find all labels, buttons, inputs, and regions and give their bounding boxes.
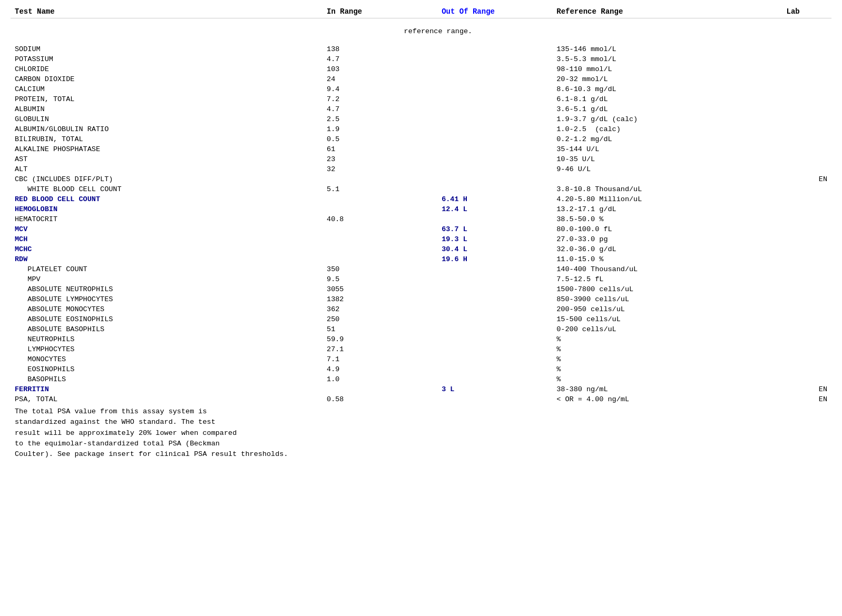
- cell-out-range: [437, 334, 552, 344]
- table-row: AST2310-35 U/L: [11, 154, 831, 164]
- table-row: POTASSIUM4.73.5-5.3 mmol/L: [11, 54, 831, 64]
- cell-in-range: 3055: [322, 284, 437, 294]
- cell-test-name: CARBON DIOXIDE: [11, 74, 322, 84]
- cell-lab: EN: [782, 384, 832, 394]
- cell-ref-range: %: [552, 334, 782, 344]
- cell-out-range: [437, 294, 552, 304]
- table-row: CHLORIDE10398-110 mmol/L: [11, 64, 831, 74]
- cell-ref-range: 38-380 ng/mL: [552, 384, 782, 394]
- cell-in-range: 23: [322, 154, 437, 164]
- cell-test-name: PLATELET COUNT: [11, 264, 322, 274]
- cell-out-range: [437, 54, 552, 64]
- cell-test-name: BILIRUBIN, TOTAL: [11, 134, 322, 144]
- cell-test-name: NEUTROPHILS: [11, 334, 322, 344]
- cell-ref-range: 80.0-100.0 fL: [552, 224, 782, 234]
- cell-test-name: MCH: [11, 234, 322, 244]
- cell-test-name: RED BLOOD CELL COUNT: [11, 194, 322, 204]
- table-row: CBC (INCLUDES DIFF/PLT)EN: [11, 174, 831, 184]
- psa-note-line5: Coulter). See package insert for clinica…: [15, 449, 831, 460]
- cell-lab: [782, 314, 832, 324]
- cell-in-range: 40.8: [322, 214, 437, 224]
- cell-in-range: 9.4: [322, 84, 437, 94]
- cell-lab: [782, 104, 832, 114]
- table-row: GLOBULIN2.51.9-3.7 g/dL (calc): [11, 114, 831, 124]
- cell-in-range: 9.5: [322, 274, 437, 284]
- cell-lab: [782, 324, 832, 334]
- psa-note-line3: result will be approximately 20% lower w…: [15, 428, 831, 439]
- table-row: WHITE BLOOD CELL COUNT5.13.8-10.8 Thousa…: [11, 184, 831, 194]
- table-row: ALBUMIN4.73.6-5.1 g/dL: [11, 104, 831, 114]
- table-row: MCHC30.4 L32.0-36.0 g/dL: [11, 244, 831, 254]
- table-row: BASOPHILS1.0%: [11, 374, 831, 384]
- cell-lab: [782, 154, 832, 164]
- ref-note-text: reference range.: [404, 27, 473, 35]
- cell-ref-range: 1.0-2.5 (calc): [552, 124, 782, 134]
- table-row: MPV9.57.5-12.5 fL: [11, 274, 831, 284]
- cell-test-name: HEMOGLOBIN: [11, 204, 322, 214]
- cell-out-range: [437, 74, 552, 84]
- cell-lab: [782, 164, 832, 174]
- cell-test-name: GLOBULIN: [11, 114, 322, 124]
- cell-lab: [782, 134, 832, 144]
- cell-out-range: [437, 184, 552, 194]
- table-row: MONOCYTES7.1%: [11, 354, 831, 364]
- table-row: PSA, TOTAL0.58< OR = 4.00 ng/mLEN: [11, 394, 831, 404]
- table-row: ALKALINE PHOSPHATASE6135-144 U/L: [11, 144, 831, 154]
- cell-lab: [782, 304, 832, 314]
- cell-in-range: [322, 254, 437, 264]
- cell-test-name: AST: [11, 154, 322, 164]
- cell-in-range: 250: [322, 314, 437, 324]
- cell-ref-range: 0-200 cells/uL: [552, 324, 782, 334]
- cell-out-range: 3 L: [437, 384, 552, 394]
- cell-in-range: 1.0: [322, 374, 437, 384]
- cell-out-range: [437, 144, 552, 154]
- cell-in-range: 1.9: [322, 124, 437, 134]
- cell-test-name: ALKALINE PHOSPHATASE: [11, 144, 322, 154]
- cell-out-range: 19.3 L: [437, 234, 552, 244]
- cell-in-range: 59.9: [322, 334, 437, 344]
- cell-ref-range: 10-35 U/L: [552, 154, 782, 164]
- cell-out-range: [437, 94, 552, 104]
- cell-ref-range: 35-144 U/L: [552, 144, 782, 154]
- lab-results-table: Test Name In Range Out Of Range Referenc…: [11, 5, 831, 404]
- cell-lab: [782, 44, 832, 54]
- table-row: MCV63.7 L80.0-100.0 fL: [11, 224, 831, 234]
- cell-out-range: [437, 324, 552, 334]
- cell-in-range: 7.2: [322, 94, 437, 104]
- cell-out-range: [437, 164, 552, 174]
- cell-ref-range: 200-950 cells/uL: [552, 304, 782, 314]
- cell-out-range: 12.4 L: [437, 204, 552, 214]
- cell-in-range: 138: [322, 44, 437, 54]
- cell-in-range: [322, 244, 437, 254]
- cell-lab: [782, 204, 832, 214]
- cell-out-range: [437, 44, 552, 54]
- cell-test-name: ABSOLUTE BASOPHILS: [11, 324, 322, 334]
- cell-ref-range: 1500-7800 cells/uL: [552, 284, 782, 294]
- cell-test-name: CBC (INCLUDES DIFF/PLT): [11, 174, 322, 184]
- table-row: SODIUM138135-146 mmol/L: [11, 44, 831, 54]
- cell-out-range: [437, 154, 552, 164]
- cell-out-range: [437, 304, 552, 314]
- cell-in-range: 27.1: [322, 344, 437, 354]
- cell-lab: [782, 124, 832, 134]
- cell-ref-range: 7.5-12.5 fL: [552, 274, 782, 284]
- cell-out-range: [437, 64, 552, 74]
- cell-lab: EN: [782, 174, 832, 184]
- cell-out-range: [437, 104, 552, 114]
- cell-in-range: 7.1: [322, 354, 437, 364]
- cell-lab: [782, 344, 832, 354]
- cell-out-range: [437, 394, 552, 404]
- cell-lab: [782, 224, 832, 234]
- cell-ref-range: 13.2-17.1 g/dL: [552, 204, 782, 214]
- cell-ref-range: 27.0-33.0 pg: [552, 234, 782, 244]
- cell-lab: [782, 64, 832, 74]
- cell-in-range: 4.7: [322, 54, 437, 64]
- table-row: RDW19.6 H11.0-15.0 %: [11, 254, 831, 264]
- cell-lab: [782, 194, 832, 204]
- cell-ref-range: 38.5-50.0 %: [552, 214, 782, 224]
- ref-note: reference range.: [11, 18, 831, 45]
- cell-in-range: 4.7: [322, 104, 437, 114]
- cell-in-range: 61: [322, 144, 437, 154]
- cell-ref-range: %: [552, 354, 782, 364]
- table-row: ABSOLUTE LYMPHOCYTES1382850-3900 cells/u…: [11, 294, 831, 304]
